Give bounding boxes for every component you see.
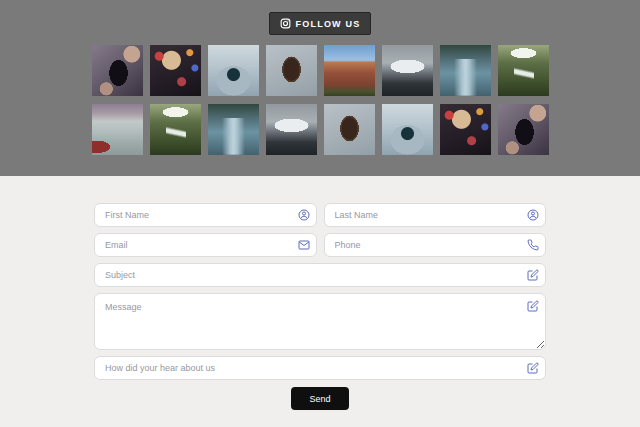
photo-thumbnail[interactable]	[208, 104, 259, 155]
photo-thumbnail[interactable]	[324, 104, 375, 155]
email-input[interactable]	[94, 233, 317, 257]
photo-thumbnail[interactable]	[382, 45, 433, 96]
message-textarea[interactable]	[94, 293, 546, 350]
photo-thumbnail[interactable]	[150, 45, 201, 96]
contact-form: Send	[94, 176, 546, 410]
referral-input[interactable]	[94, 356, 546, 380]
hero-section: FOLLOW US	[0, 0, 640, 176]
photo-thumbnail[interactable]	[382, 104, 433, 155]
photo-thumbnail[interactable]	[266, 104, 317, 155]
email-field-wrap	[94, 233, 317, 257]
instagram-icon	[280, 18, 291, 29]
subject-field-wrap	[94, 263, 546, 287]
send-button[interactable]: Send	[291, 387, 349, 410]
photo-thumbnail[interactable]	[324, 45, 375, 96]
subject-input[interactable]	[94, 263, 546, 287]
photo-thumbnail[interactable]	[150, 104, 201, 155]
photo-thumbnail[interactable]	[92, 104, 143, 155]
follow-us-button[interactable]: FOLLOW US	[269, 12, 372, 35]
referral-field-wrap	[94, 356, 546, 380]
photo-thumbnail[interactable]	[440, 104, 491, 155]
photo-thumbnail[interactable]	[208, 45, 259, 96]
photo-thumbnail[interactable]	[440, 45, 491, 96]
last-name-field-wrap	[324, 203, 547, 227]
follow-us-label: FOLLOW US	[296, 19, 361, 29]
photo-thumbnail[interactable]	[266, 45, 317, 96]
message-field-wrap	[94, 293, 546, 350]
photo-thumbnail[interactable]	[498, 104, 549, 155]
first-name-input[interactable]	[94, 203, 317, 227]
instagram-photo-grid	[92, 45, 549, 155]
photo-thumbnail[interactable]	[498, 45, 549, 96]
first-name-field-wrap	[94, 203, 317, 227]
photo-thumbnail[interactable]	[92, 45, 143, 96]
last-name-input[interactable]	[324, 203, 547, 227]
phone-input[interactable]	[324, 233, 547, 257]
phone-field-wrap	[324, 233, 547, 257]
